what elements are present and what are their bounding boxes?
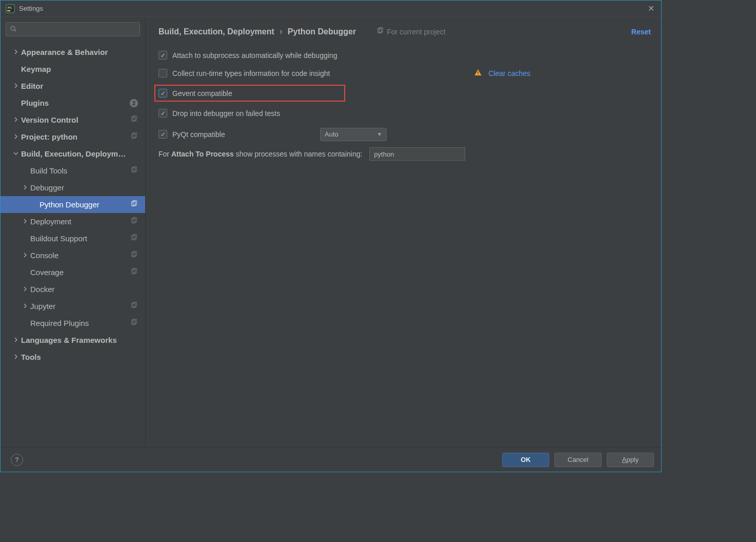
tree-item-label: Version Control	[21, 115, 129, 124]
tree-item-label: Editor	[21, 82, 129, 90]
tree-item[interactable]: Tools	[1, 349, 145, 365]
project-scope-icon	[130, 268, 137, 277]
checkbox-collect-types[interactable]	[158, 69, 167, 78]
ok-button[interactable]: OK	[502, 453, 549, 467]
chevron-right-icon	[12, 133, 20, 141]
tree-item[interactable]: Version Control	[1, 111, 145, 128]
body: Appearance & Behavior·Keymap Editor·Plug…	[1, 17, 661, 447]
settings-tree: Appearance & Behavior·Keymap Editor·Plug…	[1, 41, 145, 447]
project-scope-icon	[130, 234, 137, 243]
project-scope-icon	[376, 27, 384, 36]
label-collect-types: Collect run-time types information for c…	[172, 69, 330, 78]
label-attach-subprocess: Attach to subprocess automatically while…	[172, 51, 337, 60]
checkbox-pyqt-compat[interactable]	[158, 130, 167, 139]
chevron-down-icon	[12, 150, 20, 158]
project-scope-icon	[130, 302, 137, 311]
tree-item[interactable]: Docker	[1, 281, 145, 298]
tree-item-label: Plugins	[21, 99, 129, 107]
project-scope-icon	[130, 115, 137, 124]
attach-to-process-row: For Attach To Process show processes wit…	[158, 147, 648, 161]
checkbox-drop-on-failed[interactable]	[158, 109, 167, 118]
cancel-button[interactable]: Cancel	[554, 453, 602, 467]
search-wrap	[1, 22, 145, 41]
tree-item-label: Buildout Support	[30, 234, 129, 243]
tree-item[interactable]: Debugger	[1, 179, 145, 196]
tree-item[interactable]: ·Python Debugger	[1, 196, 145, 213]
tree-item[interactable]: Appearance & Behavior	[1, 44, 145, 61]
titlebar: PC Settings ✕	[1, 1, 661, 17]
tree-item[interactable]: Jupyter	[1, 298, 145, 315]
search-input[interactable]	[6, 22, 140, 36]
tree-item[interactable]: Editor	[1, 78, 145, 94]
svg-rect-2	[7, 10, 10, 11]
content: Build, Execution, Deployment › Python De…	[146, 17, 661, 447]
chevron-right-icon	[12, 117, 20, 124]
clear-caches-block: Clear caches	[474, 68, 530, 78]
tree-item[interactable]: Languages & Frameworks	[1, 332, 145, 349]
chevron-right-icon	[12, 83, 20, 90]
tree-item-label: Console	[30, 251, 129, 260]
tree-item-label: Debugger	[30, 183, 129, 192]
tree-item[interactable]: ·Build Tools	[1, 162, 145, 179]
tree-item-label: Appearance & Behavior	[21, 48, 129, 56]
tree-item[interactable]: ·Plugins2	[1, 94, 145, 111]
tree-item-label: Jupyter	[30, 302, 129, 311]
label-pyqt-compat: PyQt compatible	[172, 130, 315, 139]
settings-window: PC Settings ✕ Appearance & Behavior·Keym…	[0, 0, 662, 472]
breadcrumb-part: Python Debugger	[288, 27, 356, 36]
tree-item-label: Keymap	[21, 65, 129, 73]
chevron-right-icon	[12, 354, 20, 361]
close-icon[interactable]: ✕	[646, 4, 656, 13]
help-button[interactable]: ?	[11, 454, 23, 466]
app-icon: PC	[6, 4, 15, 13]
svg-rect-27	[478, 71, 479, 73]
tree-item-label: Required Plugins	[30, 319, 129, 327]
apply-button[interactable]: Apply	[607, 453, 654, 467]
tree-item[interactable]: ·Required Plugins	[1, 315, 145, 332]
project-scope-icon	[130, 319, 137, 327]
tree-item[interactable]: Console	[1, 247, 145, 264]
project-scope-icon	[130, 217, 137, 226]
count-badge: 2	[130, 99, 138, 107]
tree-item[interactable]: ·Coverage	[1, 264, 145, 281]
tree-item[interactable]: Build, Execution, Deployment	[1, 145, 145, 162]
content-header: Build, Execution, Deployment › Python De…	[146, 17, 661, 41]
tree-item[interactable]: ·Keymap	[1, 61, 145, 78]
project-scope-icon	[130, 132, 137, 141]
attach-to-process-input[interactable]	[369, 147, 465, 161]
svg-text:PC: PC	[8, 6, 12, 9]
tree-item-label: Python Debugger	[39, 200, 129, 209]
setting-collect-types-row: Collect run-time types information for c…	[158, 64, 648, 82]
checkbox-attach-subprocess[interactable]	[158, 51, 167, 60]
tree-item-label: Languages & Frameworks	[21, 336, 129, 344]
setting-pyqt-compat: PyQt compatible Auto ▼	[158, 125, 648, 143]
chevron-down-icon: ▼	[377, 131, 382, 137]
checkbox-gevent-compatible[interactable]	[158, 89, 167, 98]
project-scope-icon	[130, 166, 137, 175]
project-scope-icon	[130, 200, 137, 209]
reset-link[interactable]: Reset	[631, 28, 651, 36]
tree-item-label: Project: python	[21, 132, 129, 141]
tree-item-label: Build Tools	[30, 166, 129, 175]
chevron-right-icon	[12, 337, 20, 344]
content-body: Attach to subprocess automatically while…	[146, 41, 661, 447]
clear-caches-link[interactable]: Clear caches	[488, 69, 530, 78]
project-scope-note: For current project	[376, 27, 445, 36]
tree-item[interactable]: Deployment	[1, 213, 145, 230]
setting-attach-subprocess: Attach to subprocess automatically while…	[158, 46, 648, 64]
tree-item[interactable]: ·Buildout Support	[1, 230, 145, 247]
select-pyqt-value: Auto	[325, 130, 377, 138]
select-pyqt-mode[interactable]: Auto ▼	[320, 128, 387, 141]
chevron-right-icon: ›	[280, 26, 283, 37]
breadcrumb: Build, Execution, Deployment › Python De…	[158, 26, 356, 37]
warning-icon	[474, 68, 482, 78]
setting-gevent-compatible-row: Gevent compatible	[158, 84, 648, 103]
chevron-right-icon	[21, 252, 29, 259]
project-scope-icon	[130, 251, 137, 260]
chevron-right-icon	[21, 286, 29, 293]
project-scope-label: For current project	[387, 28, 445, 36]
chevron-right-icon	[21, 218, 29, 225]
tree-item[interactable]: Project: python	[1, 128, 145, 145]
tree-item-label: Docker	[30, 285, 129, 294]
window-title: Settings	[19, 5, 43, 12]
